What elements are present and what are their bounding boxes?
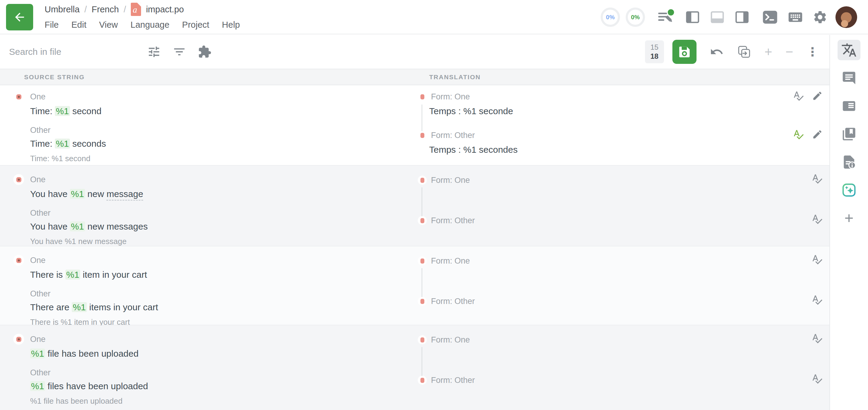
row-actions <box>784 325 830 410</box>
po-file-icon <box>131 3 141 16</box>
form-label: Form: One <box>431 335 470 345</box>
menu-view[interactable]: View <box>99 20 118 30</box>
source-cell: One You have %1 new message Other You ha… <box>0 166 416 246</box>
menu-edit[interactable]: Edit <box>71 20 87 30</box>
translation-form-one[interactable]: Form: One <box>416 255 784 266</box>
translation-form-one[interactable]: Form: One Temps : %1 seconde <box>416 91 784 117</box>
translation-form-other[interactable]: Form: Other <box>416 215 784 226</box>
plural-form-label: One <box>30 175 45 184</box>
status-untranslated-icon <box>421 94 424 99</box>
add-panel-icon[interactable]: + <box>838 208 861 228</box>
back-button[interactable] <box>6 4 33 30</box>
breadcrumb-project[interactable]: Umbrella <box>44 4 80 14</box>
arrow-left-icon <box>13 10 26 24</box>
bookmarks-panel-icon[interactable] <box>838 124 861 144</box>
spellcheck-icon[interactable] <box>793 90 804 101</box>
source-reference-text: Time: %1 second <box>30 154 416 163</box>
plus-icon[interactable]: + <box>765 45 772 58</box>
row-actions <box>784 246 830 325</box>
spellcheck-icon[interactable] <box>811 213 823 225</box>
translation-header: TRANSLATION <box>416 73 481 81</box>
puzzle-icon[interactable] <box>198 45 212 59</box>
translate-panel-icon[interactable] <box>838 40 861 60</box>
status-untranslated-icon <box>421 378 424 383</box>
status-untranslated-icon <box>421 337 424 343</box>
translation-form-other[interactable]: Form: Other Temps : %1 secondes <box>416 130 784 156</box>
form-label: Form: One <box>431 176 470 185</box>
file-info-panel-icon[interactable] <box>838 152 861 172</box>
edit-icon[interactable] <box>812 129 823 140</box>
spellcheck-icon[interactable] <box>811 294 823 306</box>
menu-project[interactable]: Project <box>182 20 209 30</box>
spellcheck-icon[interactable] <box>811 333 823 344</box>
source-text-other: %1 files have been uploaded <box>30 380 416 392</box>
kebab-menu-icon[interactable]: ⋮ <box>807 45 818 59</box>
terminal-icon[interactable] <box>762 10 778 25</box>
form-connector-line <box>422 268 422 297</box>
spellcheck-icon[interactable] <box>811 173 823 184</box>
source-text-other: Time: %1 seconds <box>30 138 416 150</box>
string-row-4[interactable]: One %1 file has been uploaded Other %1 f… <box>0 325 830 410</box>
layout-bottom-icon[interactable] <box>710 9 725 25</box>
layout-left-icon[interactable] <box>685 9 701 25</box>
translation-cell: Form: One Form: Other <box>416 325 784 410</box>
keyboard-icon[interactable] <box>787 9 804 25</box>
form-connector-line <box>422 347 422 376</box>
form-label: Form: One <box>431 256 470 266</box>
source-text-one: You have %1 new message <box>30 188 416 200</box>
plural-form-label: Other <box>30 209 51 218</box>
translation-text-one: Temps : %1 seconde <box>429 105 784 117</box>
activity-icon[interactable] <box>657 8 676 26</box>
breadcrumb-file[interactable]: impact.po <box>146 4 184 14</box>
status-untranslated-icon <box>421 133 424 138</box>
plural-form-label: Other <box>30 289 51 298</box>
approved-progress-badge[interactable]: 0% <box>626 7 645 27</box>
plural-form-label: One <box>30 256 45 265</box>
plural-form-label: One <box>30 335 45 344</box>
status-untranslated-icon <box>421 299 424 304</box>
translation-form-other[interactable]: Form: Other <box>416 296 784 307</box>
plural-form-label: Other <box>30 126 51 135</box>
filter-icon[interactable] <box>173 45 186 59</box>
spellcheck-done-icon[interactable] <box>793 129 804 140</box>
spellcheck-icon[interactable] <box>811 254 823 265</box>
translated-progress-badge[interactable]: 0% <box>601 7 620 27</box>
avatar[interactable] <box>835 6 857 28</box>
source-text-other: You have %1 new messages <box>30 221 416 232</box>
translation-form-one[interactable]: Form: One <box>416 335 784 345</box>
undo-icon[interactable] <box>710 45 724 59</box>
ai-assistant-icon[interactable] <box>838 180 861 200</box>
source-text-other: There are %1 items in your cart <box>30 301 416 313</box>
string-row-3[interactable]: One There is %1 item in your cart Other … <box>0 246 830 325</box>
layout-right-icon[interactable] <box>734 9 750 25</box>
status-untranslated-icon <box>16 337 22 342</box>
tune-icon[interactable] <box>147 45 161 59</box>
spellcheck-icon[interactable] <box>811 373 823 384</box>
translation-form-one[interactable]: Form: One <box>416 175 784 186</box>
breadcrumb-separator: / <box>84 4 87 14</box>
source-cell: One There is %1 item in your cart Other … <box>0 246 416 327</box>
menu-help[interactable]: Help <box>222 20 240 30</box>
string-row-1[interactable]: One Time: %1 second Other Time: %1 secon… <box>0 86 830 166</box>
minus-icon[interactable]: − <box>785 45 793 58</box>
breadcrumb-language[interactable]: French <box>92 4 119 14</box>
save-button[interactable] <box>673 40 696 64</box>
menu-file[interactable]: File <box>44 20 59 30</box>
settings-icon[interactable] <box>812 10 828 25</box>
string-counter-current: 15 <box>650 43 658 52</box>
source-text-one: Time: %1 second <box>30 105 416 117</box>
grid-header: SOURCE STRING TRANSLATION <box>0 69 830 85</box>
status-untranslated-icon <box>16 258 22 263</box>
string-counter-total: 18 <box>650 52 658 61</box>
menu-language[interactable]: Language <box>130 20 169 30</box>
form-label: Form: Other <box>431 131 475 140</box>
translation-form-other[interactable]: Form: Other <box>416 375 784 386</box>
form-connector-line <box>422 104 422 131</box>
search-input[interactable] <box>9 47 135 57</box>
comments-panel-icon[interactable] <box>838 68 861 88</box>
edit-icon[interactable] <box>812 90 823 101</box>
string-row-2[interactable]: One You have %1 new message Other You ha… <box>0 166 830 246</box>
context-panel-icon[interactable] <box>838 96 861 116</box>
form-label: Form: Other <box>431 297 475 306</box>
duplicate-icon[interactable] <box>737 44 751 59</box>
